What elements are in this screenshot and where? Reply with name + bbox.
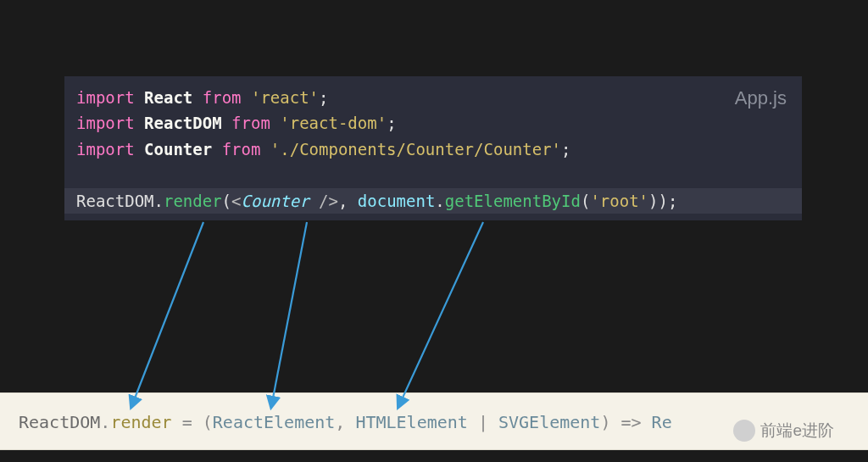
semicolon: ; bbox=[387, 114, 396, 132]
string-literal: './Components/Counter/Counter' bbox=[270, 140, 561, 159]
code-line-3: import Counter from './Components/Counte… bbox=[76, 136, 790, 162]
jsx-close: /> bbox=[309, 192, 338, 210]
keyword-import: import bbox=[76, 140, 135, 159]
string-literal: 'react-dom' bbox=[280, 114, 387, 132]
svg-line-3 bbox=[398, 222, 483, 407]
dot: . bbox=[435, 192, 444, 210]
identifier: ReactDOM bbox=[144, 114, 222, 132]
document-ref: document bbox=[358, 192, 436, 210]
avatar-icon bbox=[733, 420, 755, 442]
keyword-from: from bbox=[222, 140, 261, 159]
svg-line-2 bbox=[271, 222, 307, 407]
code-editor: App.js import React from 'react'; import… bbox=[64, 76, 802, 220]
identifier: React bbox=[144, 88, 192, 107]
sig-param-3: SVGElement bbox=[498, 412, 600, 432]
keyword-from: from bbox=[231, 114, 270, 132]
keyword-import: import bbox=[76, 114, 135, 132]
filename-label: App.js bbox=[735, 83, 787, 113]
paren-open: ( bbox=[581, 192, 590, 210]
sig-eq: = bbox=[172, 412, 203, 432]
sig-dot: . bbox=[100, 412, 110, 432]
semicolon: ; bbox=[561, 140, 570, 159]
semicolon: ; bbox=[319, 88, 328, 107]
comma: , bbox=[338, 192, 358, 210]
keyword-import: import bbox=[76, 88, 135, 107]
svg-line-1 bbox=[131, 222, 203, 407]
code-line-1: import React from 'react'; bbox=[76, 85, 790, 110]
method-name: render bbox=[164, 192, 222, 210]
code-line-2: import ReactDOM from 'react-dom'; bbox=[76, 110, 790, 136]
paren-close: ) bbox=[648, 192, 658, 210]
semicolon: ; bbox=[668, 192, 677, 210]
object-ref: ReactDOM bbox=[76, 192, 154, 210]
sig-open: ( bbox=[203, 412, 213, 432]
sig-param-2: HTMLElement bbox=[355, 412, 467, 432]
string-literal: 'root' bbox=[590, 192, 648, 210]
code-line-blank bbox=[76, 162, 790, 187]
identifier: Counter bbox=[144, 140, 212, 159]
keyword-from: from bbox=[203, 88, 242, 107]
dot: . bbox=[154, 192, 164, 210]
sig-object: ReactDOM bbox=[19, 412, 100, 432]
paren-open: ( bbox=[222, 192, 231, 210]
sig-sep: , bbox=[335, 412, 355, 432]
paren-close: ) bbox=[658, 192, 667, 210]
function-name: getElementById bbox=[445, 192, 581, 210]
string-literal: 'react' bbox=[251, 88, 319, 107]
sig-arrow: => bbox=[610, 412, 651, 432]
sig-param-1: ReactElement bbox=[213, 412, 336, 432]
jsx-component: Counter bbox=[242, 192, 309, 210]
jsx-open: < bbox=[231, 192, 241, 210]
sig-return-prefix: Re bbox=[652, 412, 672, 432]
sig-close: ) bbox=[600, 412, 610, 432]
sig-method: render bbox=[110, 412, 171, 432]
watermark: 前端e进阶 bbox=[733, 420, 834, 442]
watermark-text: 前端e进阶 bbox=[760, 420, 834, 442]
sig-pipe: | bbox=[468, 412, 498, 432]
code-line-5: ReactDOM.render(<Counter />, document.ge… bbox=[64, 188, 802, 214]
